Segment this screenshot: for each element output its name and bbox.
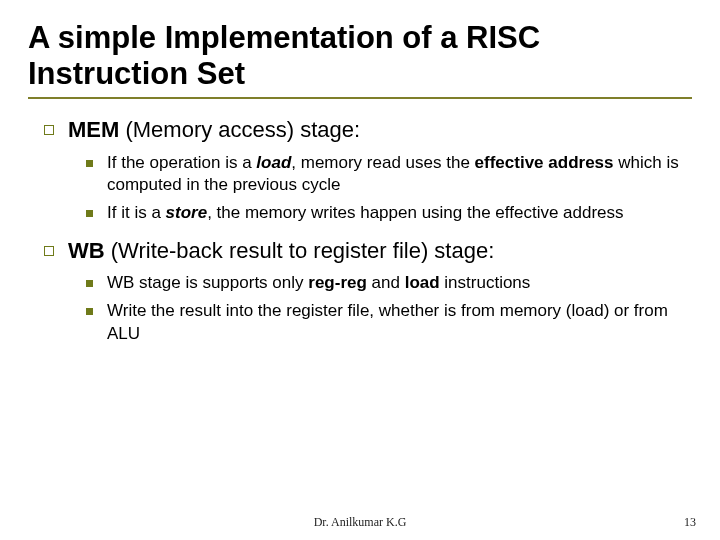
text-run: load	[405, 273, 440, 292]
text-run: , the memory writes happen using the eff…	[207, 203, 623, 222]
text-run: If the operation is a	[107, 153, 256, 172]
hollow-square-bullet-icon	[44, 246, 54, 256]
slide-content: MEM (Memory access) stage:If the operati…	[28, 117, 692, 344]
text-run: If it is a	[107, 203, 166, 222]
section: MEM (Memory access) stage:If the operati…	[44, 117, 692, 224]
text-run: store	[166, 203, 208, 222]
section: WB (Write-back result to register file) …	[44, 238, 692, 345]
section-heading-rest: (Memory access) stage:	[119, 117, 360, 142]
section-heading-keyword: MEM	[68, 117, 119, 142]
filled-square-bullet-icon	[86, 210, 93, 217]
list-item: If the operation is a load, memory read …	[86, 152, 692, 196]
filled-square-bullet-icon	[86, 308, 93, 315]
section-heading-row: MEM (Memory access) stage:	[44, 117, 692, 143]
slide-title: A simple Implementation of a RISC Instru…	[28, 20, 692, 91]
list-item-text: If it is a store, the memory writes happ…	[107, 202, 624, 224]
text-run: Write the result into the register file,…	[107, 301, 668, 342]
text-run: , memory read uses the	[291, 153, 474, 172]
list-item-text: If the operation is a load, memory read …	[107, 152, 692, 196]
slide: A simple Implementation of a RISC Instru…	[0, 0, 720, 540]
text-run: WB stage is supports only	[107, 273, 308, 292]
list-item-text: Write the result into the register file,…	[107, 300, 692, 344]
page-number: 13	[684, 515, 696, 530]
footer: Dr. Anilkumar K.G 13	[0, 515, 720, 530]
footer-author: Dr. Anilkumar K.G	[0, 515, 720, 530]
text-run: and	[367, 273, 405, 292]
list-item: Write the result into the register file,…	[86, 300, 692, 344]
filled-square-bullet-icon	[86, 160, 93, 167]
list-item-text: WB stage is supports only reg-reg and lo…	[107, 272, 530, 294]
hollow-square-bullet-icon	[44, 125, 54, 135]
section-heading: WB (Write-back result to register file) …	[68, 238, 494, 264]
text-run: instructions	[440, 273, 531, 292]
subitem-list: If the operation is a load, memory read …	[44, 152, 692, 224]
filled-square-bullet-icon	[86, 280, 93, 287]
section-heading: MEM (Memory access) stage:	[68, 117, 360, 143]
text-run: effective address	[475, 153, 614, 172]
subitem-list: WB stage is supports only reg-reg and lo…	[44, 272, 692, 344]
title-underline	[28, 97, 692, 99]
list-item: If it is a store, the memory writes happ…	[86, 202, 692, 224]
section-heading-rest: (Write-back result to register file) sta…	[105, 238, 495, 263]
section-heading-keyword: WB	[68, 238, 105, 263]
list-item: WB stage is supports only reg-reg and lo…	[86, 272, 692, 294]
text-run: load	[256, 153, 291, 172]
section-heading-row: WB (Write-back result to register file) …	[44, 238, 692, 264]
text-run: reg-reg	[308, 273, 367, 292]
